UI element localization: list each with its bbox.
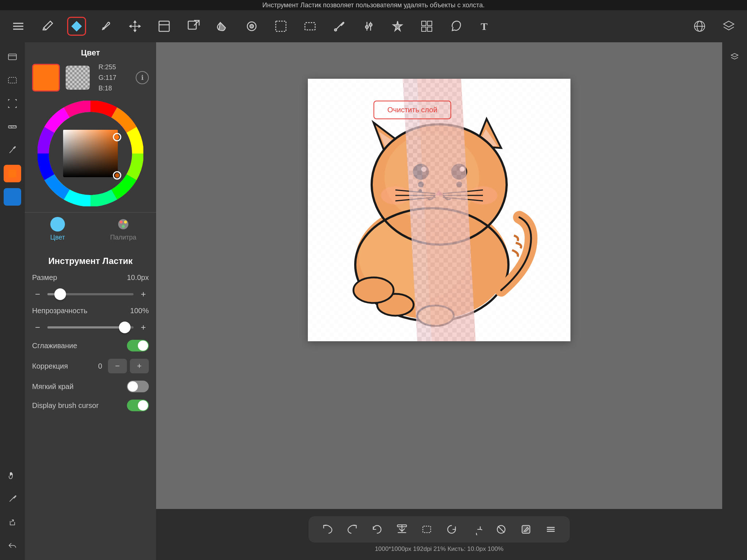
soft-edge-toggle-knob xyxy=(128,381,138,392)
color-rgb-values: R:255 G:117 B:18 xyxy=(98,62,116,93)
opacity-row: Непрозрачность 100% xyxy=(32,307,149,315)
palette-tab-icon xyxy=(116,217,131,232)
export-icon[interactable] xyxy=(184,17,203,36)
svg-marker-9 xyxy=(139,25,141,28)
share-side-icon[interactable] xyxy=(4,513,21,531)
size-slider[interactable] xyxy=(47,293,133,295)
no-entry-button[interactable] xyxy=(492,521,510,538)
rgb-b: B:18 xyxy=(98,83,116,94)
tool-title: Инструмент Ластик xyxy=(32,256,149,266)
adjust-icon[interactable] xyxy=(359,17,378,36)
svg-point-5 xyxy=(103,28,104,29)
ruler-side-icon[interactable] xyxy=(4,118,21,136)
pencil-icon[interactable] xyxy=(38,17,57,36)
text-tool-icon[interactable]: T xyxy=(476,17,495,36)
svg-marker-4 xyxy=(71,21,82,31)
redo-button[interactable] xyxy=(344,521,361,538)
hand-tool-icon[interactable] xyxy=(4,467,21,484)
edit-pen-button[interactable] xyxy=(517,521,535,538)
undo-button[interactable] xyxy=(319,521,336,538)
svg-marker-33 xyxy=(724,21,734,27)
correction-value: 0 xyxy=(98,362,102,370)
svg-marker-94 xyxy=(731,54,738,57)
size-increase-button[interactable]: + xyxy=(138,289,149,299)
layers-side-icon[interactable] xyxy=(4,48,21,66)
transform-icon[interactable] xyxy=(155,17,174,36)
clear-layer-button[interactable]: Очистить слой xyxy=(374,101,451,119)
opacity-label: Непрозрачность xyxy=(32,307,127,315)
back-side-icon[interactable] xyxy=(4,537,21,554)
smoothing-toggle[interactable] xyxy=(127,340,149,351)
brush-side-icon[interactable] xyxy=(4,141,21,159)
color-tab-icon xyxy=(50,217,65,232)
fill-icon[interactable] xyxy=(213,17,232,36)
svg-rect-34 xyxy=(8,54,16,60)
opacity-increase-button[interactable]: + xyxy=(138,322,149,332)
menu-icon[interactable] xyxy=(9,17,28,36)
correction-increase-button[interactable]: + xyxy=(130,359,149,373)
layers-right-icon[interactable] xyxy=(726,48,743,66)
svg-rect-36 xyxy=(8,77,16,83)
rotate-ccw-button[interactable] xyxy=(368,521,386,538)
canvas-area: Очистить слой xyxy=(156,42,722,509)
svg-point-55 xyxy=(122,225,125,228)
color-wheel[interactable] xyxy=(38,101,143,206)
opacity-decrease-button[interactable]: − xyxy=(32,322,43,332)
rotate-cw-button[interactable] xyxy=(468,521,485,538)
svg-marker-24 xyxy=(393,21,402,31)
size-decrease-button[interactable]: − xyxy=(32,289,43,299)
secondary-color-swatch[interactable] xyxy=(66,66,90,90)
transform-side-icon[interactable] xyxy=(4,95,21,112)
svg-text:T: T xyxy=(481,21,488,32)
correction-row: Коррекция 0 − + xyxy=(32,359,149,373)
eyedropper-side-icon[interactable] xyxy=(4,490,21,508)
display-cursor-toggle[interactable] xyxy=(127,400,149,411)
rect-selection-button[interactable] xyxy=(418,521,436,538)
correction-label: Коррекция xyxy=(32,362,98,370)
opacity-slider-thumb[interactable] xyxy=(119,322,131,333)
soft-edge-toggle[interactable] xyxy=(127,381,149,392)
right-sidebar xyxy=(722,42,747,560)
layer-blue-icon[interactable] xyxy=(4,188,21,206)
display-cursor-row: Display brush cursor xyxy=(32,400,149,411)
soft-edge-row: Мягкий край xyxy=(32,381,149,392)
primary-color-swatch[interactable] xyxy=(32,64,60,92)
svg-rect-25 xyxy=(422,21,426,26)
eraser-active-icon[interactable] xyxy=(67,17,86,36)
svg-point-21 xyxy=(334,29,337,31)
globe-icon[interactable] xyxy=(690,17,709,36)
svg-rect-12 xyxy=(159,21,169,31)
tab-color[interactable]: Цвет xyxy=(25,213,90,244)
grid-icon[interactable] xyxy=(417,17,436,36)
paint-bucket-icon[interactable] xyxy=(242,17,261,36)
left-panel: Цвет R:255 G:117 B:18 ℹ xyxy=(25,42,156,560)
color-section-title: Цвет xyxy=(25,42,156,62)
color-info-button[interactable]: ℹ xyxy=(136,71,149,84)
rgb-g: G:117 xyxy=(98,73,116,83)
lasso-icon[interactable] xyxy=(446,17,465,36)
svg-point-49 xyxy=(115,135,119,139)
bottom-toolbar: 1000*1000px 192dpi 21% Кисть: 10.0px 100… xyxy=(156,509,722,560)
reset-button[interactable] xyxy=(443,521,460,538)
svg-rect-28 xyxy=(427,27,432,31)
layers-toolbar-icon[interactable] xyxy=(719,17,738,36)
correction-buttons: − + xyxy=(108,359,149,373)
download-button[interactable] xyxy=(393,521,411,538)
size-slider-thumb[interactable] xyxy=(54,288,66,300)
svg-line-44 xyxy=(9,498,13,502)
menu-button[interactable] xyxy=(542,521,560,538)
selection-tool-icon[interactable] xyxy=(301,17,320,36)
rect-tool-icon[interactable] xyxy=(271,17,290,36)
magic-wand-icon[interactable] xyxy=(388,17,407,36)
svg-rect-27 xyxy=(422,27,426,31)
tab-palette[interactable]: Палитра xyxy=(90,213,156,244)
pen-tool-icon[interactable] xyxy=(96,17,115,36)
color-swatches: R:255 G:117 B:18 ℹ xyxy=(25,62,156,93)
opacity-slider[interactable] xyxy=(47,326,133,328)
move-tool-icon[interactable] xyxy=(125,17,144,36)
correction-decrease-button[interactable]: − xyxy=(108,359,127,373)
color-layer-icon[interactable] xyxy=(4,165,21,182)
selection-side-icon[interactable] xyxy=(4,71,21,89)
svg-point-54 xyxy=(124,221,127,223)
eyedropper-icon[interactable] xyxy=(330,17,349,36)
